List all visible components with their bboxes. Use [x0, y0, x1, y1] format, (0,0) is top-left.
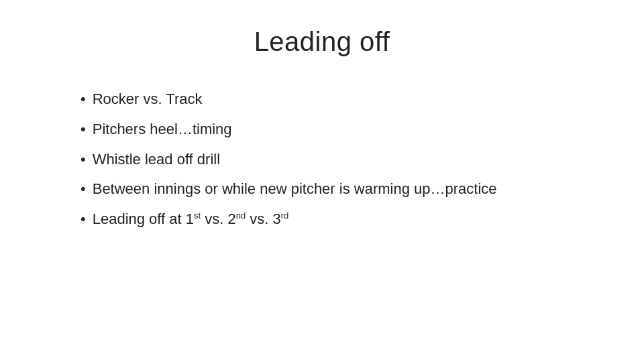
- list-item: Whistle lead off drill: [80, 149, 590, 170]
- list-item: Rocker vs. Track: [80, 89, 590, 110]
- bullet-text: Leading off at 1st vs. 2nd vs. 3rd: [93, 209, 289, 230]
- bullet-text: Between innings or while new pitcher is …: [93, 179, 497, 200]
- bullet-text: Whistle lead off drill: [93, 149, 220, 170]
- slide: Leading off Rocker vs. Track Pitchers he…: [0, 0, 644, 362]
- list-item: Between innings or while new pitcher is …: [80, 179, 590, 200]
- bullet-text: Pitchers heel…timing: [93, 119, 232, 140]
- list-item: Leading off at 1st vs. 2nd vs. 3rd: [80, 209, 590, 230]
- slide-title: Leading off: [54, 27, 590, 57]
- bullet-text: Rocker vs. Track: [93, 89, 203, 110]
- list-item: Pitchers heel…timing: [80, 119, 590, 140]
- bullet-list: Rocker vs. Track Pitchers heel…timing Wh…: [54, 89, 590, 230]
